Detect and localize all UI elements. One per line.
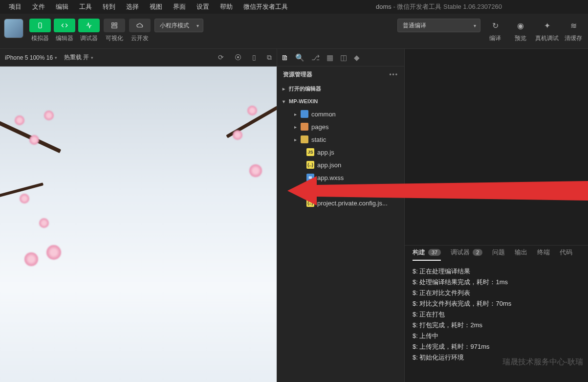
tab-output[interactable]: 输出 xyxy=(515,248,527,261)
tree-item-label: static xyxy=(311,136,326,143)
device-select[interactable]: iPhone 5 100% 16 xyxy=(5,54,57,61)
right-pane: 构建37 调试器2 问题 输出 终端 代码 $: 正在处理编译结果$: 处理编译… xyxy=(405,49,588,382)
stop-icon[interactable]: ⦿ xyxy=(235,53,241,62)
clear-cache-button[interactable]: ≋ xyxy=(563,19,584,32)
window-title: doms - 微信开发者工具 Stable 1.06.2307260 xyxy=(294,2,584,11)
log-line: $: 打包完成，耗时：2ms xyxy=(413,320,580,331)
extensions-icon[interactable]: ▦ xyxy=(327,53,333,62)
folder-y-icon xyxy=(301,135,308,143)
workspace: iPhone 5 100% 16 热重载 开 ⟳ ⦿ ▯ ⧉ xyxy=(0,49,588,382)
build-badge: 37 xyxy=(428,249,441,256)
compile-button[interactable]: ↻ xyxy=(484,19,506,32)
compile-select[interactable]: 普通编译 xyxy=(397,19,480,32)
menu-project[interactable]: 项目 xyxy=(4,0,26,13)
menubar: 项目 文件 编辑 工具 转到 选择 视图 界面 设置 帮助 微信开发者工具 do… xyxy=(0,0,588,14)
editor-area xyxy=(405,49,588,245)
compile-group: 普通编译 xyxy=(397,19,480,32)
toolbar: 模拟器 编辑器 调试器 可视化 云开发 小程序模式 普通编译 ↻编译 ◉预览 ✦… xyxy=(0,14,588,49)
explorer-header: 资源管理器 ••• xyxy=(277,67,404,82)
menu-settings[interactable]: 设置 xyxy=(192,0,214,13)
git-icon[interactable]: ⎇ xyxy=(311,53,320,62)
visual-group: 可视化 xyxy=(104,19,125,43)
svg-rect-0 xyxy=(39,23,42,28)
panel-toggles: 模拟器 编辑器 调试器 xyxy=(29,19,100,43)
avatar[interactable] xyxy=(4,19,23,38)
menu-wechat-devtools[interactable]: 微信开发者工具 xyxy=(239,0,293,13)
svg-rect-2 xyxy=(115,23,117,25)
annotation-arrow xyxy=(287,161,588,220)
file-tree: ▸打开的编辑器 ▾MP-WEIXIN ▸common▸pages▸staticJ… xyxy=(277,82,404,382)
real-debug-button[interactable]: ✦ xyxy=(536,19,558,32)
menu-edit[interactable]: 编辑 xyxy=(51,0,73,13)
device-icon[interactable]: ▯ xyxy=(252,53,256,62)
editor-label: 编辑器 xyxy=(54,34,75,43)
folder-item[interactable]: ▸pages xyxy=(277,120,404,133)
folder-o-icon xyxy=(301,123,308,131)
js-icon: JS xyxy=(306,148,314,156)
tree-item-label: pages xyxy=(311,123,328,131)
log-line: $: 对比文件列表完成，耗时：70ms xyxy=(413,298,580,309)
refresh-icon[interactable]: ⟳ xyxy=(218,53,224,62)
project-section[interactable]: ▾MP-WEIXIN xyxy=(277,95,404,108)
docker-icon[interactable]: ◆ xyxy=(354,53,360,62)
folder-item[interactable]: ▸static xyxy=(277,133,404,146)
simulator-pane: iPhone 5 100% 16 热重载 开 ⟳ ⦿ ▯ ⧉ xyxy=(0,49,277,382)
popout-icon[interactable]: ⧉ xyxy=(267,53,272,62)
mode-select[interactable]: 小程序模式 xyxy=(154,19,203,32)
clear-cache-label: 清缓存 xyxy=(565,34,582,43)
explorer-more-icon[interactable]: ••• xyxy=(389,71,398,78)
tab-problems[interactable]: 问题 xyxy=(492,248,505,261)
explorer-title: 资源管理器 xyxy=(283,70,312,79)
real-debug-label: 真机调试 xyxy=(535,34,559,43)
menu-goto[interactable]: 转到 xyxy=(98,0,120,13)
log-line: $: 初始化运行环境 xyxy=(413,352,580,363)
hotreload-toggle[interactable]: 热重载 开 xyxy=(64,53,93,62)
simulator-label: 模拟器 xyxy=(29,34,51,43)
simulator-bar: iPhone 5 100% 16 热重载 开 ⟳ ⦿ ▯ ⧉ xyxy=(0,49,277,67)
log-line: $: 上传完成，耗时：971ms xyxy=(413,341,580,352)
simulator-canvas[interactable] xyxy=(0,67,277,382)
folder-item[interactable]: ▸common xyxy=(277,108,404,120)
tab-debugger[interactable]: 调试器2 xyxy=(451,248,482,261)
debugger-toggle[interactable] xyxy=(78,19,100,32)
files-icon[interactable]: 🗎 xyxy=(281,53,288,62)
cloud-group: 云开发 xyxy=(129,19,151,43)
simulator-toggle[interactable] xyxy=(29,19,51,32)
svg-rect-3 xyxy=(112,26,117,28)
svg-rect-1 xyxy=(112,23,114,25)
debugger-badge: 2 xyxy=(473,249,482,256)
compile-label: 编译 xyxy=(489,34,501,43)
preview-label: 预览 xyxy=(515,34,526,43)
bottom-tabs: 构建37 调试器2 问题 输出 终端 代码 xyxy=(405,246,588,263)
menu-tools[interactable]: 工具 xyxy=(74,0,97,13)
menu-help[interactable]: 帮助 xyxy=(215,0,238,13)
layout-icon[interactable]: ◫ xyxy=(340,53,347,62)
menu-select[interactable]: 选择 xyxy=(121,0,144,13)
search-icon[interactable]: 🔍 xyxy=(295,53,305,62)
activity-bar: 🗎 🔍 ⎇ ▦ ◫ ◆ xyxy=(277,49,404,67)
debugger-label: 调试器 xyxy=(78,34,100,43)
menu-file[interactable]: 文件 xyxy=(27,0,50,13)
log-line: $: 正在对比文件列表 xyxy=(413,288,580,298)
file-item[interactable]: JSapp.js xyxy=(277,146,404,158)
bottom-panel: 构建37 调试器2 问题 输出 终端 代码 $: 正在处理编译结果$: 处理编译… xyxy=(405,245,588,382)
log-line: $: 上传中 xyxy=(413,331,580,341)
log-output[interactable]: $: 正在处理编译结果$: 处理编译结果完成，耗时：1ms$: 正在对比文件列表… xyxy=(405,263,588,382)
preview-button[interactable]: ◉ xyxy=(510,19,531,32)
cloud-label: 云开发 xyxy=(131,34,149,43)
tab-code[interactable]: 代码 xyxy=(560,248,572,261)
menu-ui[interactable]: 界面 xyxy=(168,0,191,13)
log-line: $: 正在处理编译结果 xyxy=(413,266,580,277)
tab-terminal[interactable]: 终端 xyxy=(537,248,550,261)
visual-label: 可视化 xyxy=(106,34,123,43)
tree-item-label: app.js xyxy=(317,149,334,156)
svg-marker-4 xyxy=(287,176,588,205)
editor-toggle[interactable] xyxy=(54,19,75,32)
tab-build[interactable]: 构建37 xyxy=(413,248,441,261)
mode-group: 小程序模式 xyxy=(154,19,203,32)
folder-icon xyxy=(301,110,308,118)
open-editors-section[interactable]: ▸打开的编辑器 xyxy=(277,82,404,95)
cloud-button[interactable] xyxy=(129,19,151,32)
visual-button[interactable] xyxy=(104,19,125,32)
menu-view[interactable]: 视图 xyxy=(145,0,167,13)
